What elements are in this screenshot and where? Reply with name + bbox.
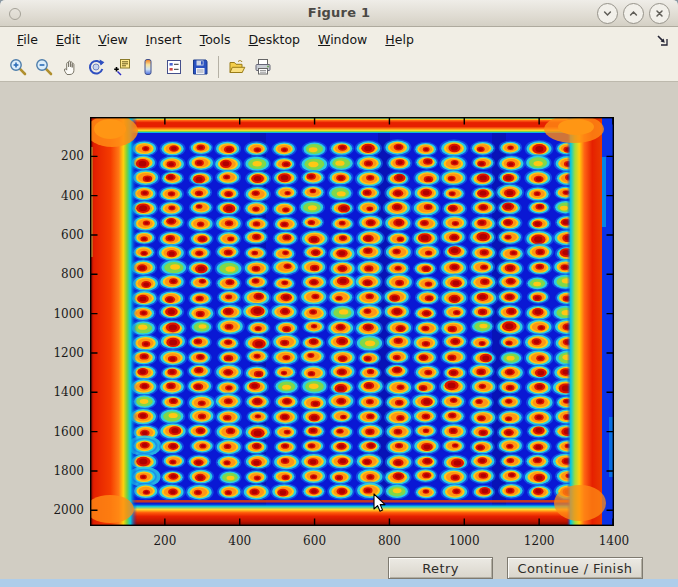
close-icon (654, 8, 665, 19)
menu-edit[interactable]: Edit (47, 29, 89, 50)
x-tick-label: 400 (210, 534, 270, 549)
y-tick-label: 1800 (40, 463, 84, 479)
print-icon (253, 57, 273, 77)
rotate-3d-icon (86, 57, 106, 77)
y-tick-label: 400 (40, 188, 84, 204)
rotate-3d-button[interactable] (83, 54, 109, 80)
colorbar-icon (138, 57, 158, 77)
retry-button[interactable]: Retry (388, 557, 493, 579)
menu-file[interactable]: File (8, 29, 47, 50)
plate-scan-image-plot[interactable] (90, 117, 614, 526)
shade-button[interactable] (597, 3, 618, 24)
open-folder-icon (227, 57, 247, 77)
menu-desktop[interactable]: Desktop (239, 29, 309, 50)
titlebar: Figure 1 (0, 0, 678, 27)
data-cursor-button[interactable] (109, 54, 135, 80)
chevron-up-icon (628, 8, 639, 19)
zoom-in-button[interactable] (5, 54, 31, 80)
menu-tools[interactable]: Tools (191, 29, 240, 50)
chevron-down-icon (602, 8, 613, 19)
toolbar-separator (218, 56, 219, 78)
y-tick-label: 1400 (40, 384, 84, 400)
menu-window[interactable]: Window (309, 29, 376, 50)
y-tick-label: 1600 (40, 424, 84, 440)
x-tick-label: 200 (135, 534, 195, 549)
insert-legend-button[interactable] (161, 54, 187, 80)
window-title: Figure 1 (0, 5, 678, 20)
y-tick-label: 600 (40, 227, 84, 243)
y-tick-label: 1000 (40, 306, 84, 322)
continue-finish-button[interactable]: Continue / Finish (507, 557, 643, 579)
zoom-out-icon (34, 57, 54, 77)
maximize-button[interactable] (623, 3, 644, 24)
menu-view[interactable]: View (89, 29, 137, 50)
x-tick-label: 800 (359, 534, 419, 549)
x-tick-label: 1000 (434, 534, 494, 549)
data-cursor-icon (112, 57, 132, 77)
x-tick-label: 600 (285, 534, 345, 549)
pan-button[interactable] (57, 54, 83, 80)
y-tick-label: 200 (40, 148, 84, 164)
x-tick-label: 1200 (509, 534, 569, 549)
menu-insert[interactable]: Insert (137, 29, 191, 50)
figure-toolbar (0, 52, 678, 82)
window-bottom-edge (0, 579, 678, 587)
open-folder-button[interactable] (224, 54, 250, 80)
menubar: File Edit View Insert Tools Desktop Wind… (0, 27, 678, 52)
print-button[interactable] (250, 54, 276, 80)
mouse-cursor (373, 493, 387, 513)
save-button[interactable] (187, 54, 213, 80)
y-tick-label: 800 (40, 266, 84, 282)
x-tick-label: 1400 (584, 534, 644, 549)
y-tick-label: 1200 (40, 345, 84, 361)
figure-canvas-area: 2004006008001000120014001600180020002004… (0, 82, 678, 579)
pan-hand-icon (60, 57, 80, 77)
menu-help[interactable]: Help (376, 29, 423, 50)
figure-window: Figure 1 File Edit View Insert (0, 0, 678, 587)
insert-colorbar-button[interactable] (135, 54, 161, 80)
save-floppy-icon (190, 57, 210, 77)
close-button[interactable] (649, 3, 670, 24)
y-tick-label: 2000 (40, 502, 84, 518)
zoom-out-button[interactable] (31, 54, 57, 80)
dock-figure-icon[interactable] (654, 32, 670, 48)
zoom-in-icon (8, 57, 28, 77)
legend-icon (164, 57, 184, 77)
